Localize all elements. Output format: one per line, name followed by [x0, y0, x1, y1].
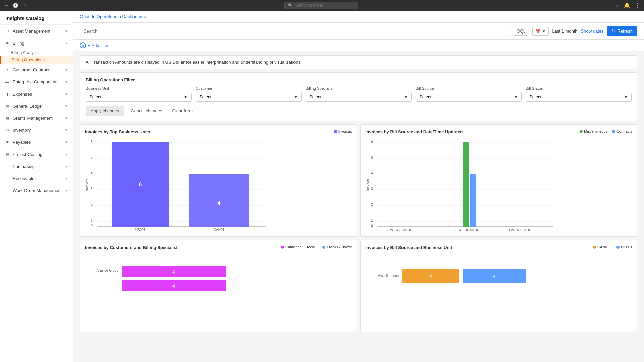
select-business-unit[interactable]: Select... ▼ [86, 92, 192, 102]
label-billing-specialist: Billing Specialist [306, 86, 412, 90]
content-header: Open In OpenSearch Dashboards [73, 11, 644, 23]
svg-text:3: 3 [91, 187, 93, 191]
sidebar-item-customer-contracts[interactable]: ▪ Customer Contracts ▼ [0, 64, 73, 76]
grants-icon: ▦ [5, 115, 10, 121]
svg-text:Invoices: Invoices [85, 179, 89, 191]
sidebar-item-payables[interactable]: ■ Payables ▼ [0, 136, 73, 148]
sidebar-item-work-order-management[interactable]: ▯ Work Order Management ▼ [0, 184, 73, 196]
select-customer-input[interactable]: Select... [199, 94, 293, 99]
chart-invoices-by-bill-source-date: Invoices by Bill Source and Date/Time Up… [360, 124, 637, 237]
sidebar-item-project-costing[interactable]: ▩ Project Costing ▼ [0, 148, 73, 160]
filter-bar: DQL 📅 ▼ Last 1 month Show dates ↻ Refres… [73, 23, 644, 40]
search-icon: 🔍 [288, 3, 293, 8]
svg-text:2024-05-12 00:00: 2024-05-12 00:00 [507, 228, 531, 232]
select-bill-status-input[interactable]: Select... [529, 94, 624, 99]
chevron-down-icon: ▼ [65, 140, 68, 144]
chart-legend-business-units: Invoices [334, 129, 352, 133]
svg-chart-business-units: 6 5 4 3 2 1 0 Invoices [85, 138, 273, 232]
svg-text:3: 3 [371, 187, 373, 191]
home-icon[interactable]: ⌂ [616, 3, 619, 8]
sidebar: Insights Catalog □ Asset Management ▼ ■ … [0, 11, 73, 362]
open-in-opensearch-link[interactable]: Open In OpenSearch Dashboards [80, 14, 146, 19]
payables-icon: ■ [5, 139, 10, 145]
sidebar-label-inventory: Inventory [13, 128, 31, 133]
clock-icon[interactable]: 🕐 [13, 3, 18, 8]
show-dates-button[interactable]: Show dates [581, 28, 604, 34]
sidebar-item-purchasing[interactable]: ▫ Purchasing ▼ [0, 160, 73, 172]
label-bill-status: Bill Status [526, 86, 632, 90]
chevron-down-icon: ▼ [624, 94, 628, 99]
cancel-changes-button[interactable]: Cancel changes [127, 106, 165, 116]
general-ledger-icon: ▤ [5, 103, 10, 109]
chart-invoices-by-bill-source-bu: Invoices by Bill Source and Business Uni… [360, 240, 637, 332]
search-input[interactable] [295, 3, 355, 8]
select-customer[interactable]: Select... ▼ [196, 92, 302, 102]
svg-text:US001: US001 [135, 228, 146, 232]
sidebar-item-enterprise-components[interactable]: ▬ Enterprise Components ▼ [0, 76, 73, 88]
purchasing-icon: ▫ [5, 164, 10, 169]
chevron-down-icon: ▼ [183, 94, 188, 99]
apply-changes-button[interactable]: Apply changes [86, 106, 124, 116]
chart-container-bill-source: 6 5 4 3 2 1 0 Invoices [365, 138, 632, 232]
refresh-label: Refresh [617, 28, 633, 34]
select-bill-source[interactable]: Select... ▼ [416, 92, 522, 102]
svg-chart-customers: Alliance Group 4 4 [85, 253, 273, 327]
back-icon[interactable]: ← [4, 3, 9, 8]
svg-text:0: 0 [91, 224, 93, 228]
calendar-button[interactable]: 📅 ▼ [532, 27, 549, 36]
project-costing-icon: ▩ [5, 152, 10, 157]
chart-title-customers: Invoices by Customers and Billing Specia… [85, 245, 178, 250]
inventory-icon: ▱ [5, 127, 10, 133]
legend-label-us001: US001 [621, 245, 632, 249]
legend-label-miscellaneous: Miscellaneous [584, 129, 607, 133]
billing-icon: ■ [5, 40, 10, 46]
more-icon[interactable]: ⋮ [635, 2, 640, 8]
date-range: Last 1 month [552, 28, 577, 34]
chevron-up-icon: ▲ [65, 41, 68, 45]
svg-text:4: 4 [91, 171, 93, 175]
legend-label-can01: CAN01 [597, 245, 609, 249]
select-billing-specialist-input[interactable]: Select... [309, 94, 404, 99]
sidebar-item-receivables[interactable]: ▭ Receivables ▼ [0, 172, 73, 184]
chevron-down-icon: ▼ [65, 116, 68, 120]
sidebar-item-general-ledger[interactable]: ▤ General Ledger ▼ [0, 100, 73, 112]
main-content: Open In OpenSearch Dashboards DQL 📅 ▼ La… [73, 11, 644, 362]
bottom-charts-row: Invoices by Customers and Billing Specia… [80, 240, 637, 332]
add-filter-link[interactable]: + Add filter [88, 43, 109, 48]
filter-group-business-unit: Business Unit Select... ▼ [86, 86, 192, 102]
sidebar-item-asset-management[interactable]: □ Asset Management ▼ [0, 25, 73, 37]
sidebar-label-grants-management: Grants Management [13, 116, 53, 121]
chart-container-business-units: 6 5 4 3 2 1 0 Invoices [85, 138, 352, 232]
select-bill-source-input[interactable]: Select... [419, 94, 514, 99]
dql-button[interactable]: DQL [514, 27, 529, 36]
chevron-down-icon: ▼ [404, 94, 408, 99]
svg-text:2: 2 [371, 203, 373, 206]
sidebar-label-billing-analysis: Billing Analysis [11, 50, 39, 55]
refresh-button[interactable]: ↻ Refresh [607, 26, 637, 36]
heart-icon[interactable]: ♡ [22, 3, 27, 8]
svg-text:4: 4 [172, 283, 175, 289]
sidebar-item-grants-management[interactable]: ▦ Grants Management ▼ [0, 112, 73, 124]
billing-filter-title: Billing Operations Filter [86, 77, 632, 82]
sidebar-item-inventory[interactable]: ▱ Inventory ▼ [0, 124, 73, 136]
bell-icon[interactable]: 🔔 [624, 2, 630, 8]
chart-legend-customers: Catherine O Toole Frank G. Joyce [281, 245, 352, 249]
clear-form-button[interactable]: Clear form [169, 106, 196, 116]
svg-text:CAN01: CAN01 [214, 228, 225, 232]
search-input-main[interactable] [80, 26, 510, 36]
sidebar-item-billing-operations[interactable]: Billing Operations [0, 56, 73, 64]
select-business-unit-input[interactable]: Select... [89, 94, 183, 99]
select-billing-specialist[interactable]: Select... ▼ [306, 92, 412, 102]
select-bill-status[interactable]: Select... ▼ [526, 92, 632, 102]
svg-text:6: 6 [139, 182, 142, 187]
sidebar-item-billing-analysis[interactable]: Billing Analysis [0, 49, 73, 56]
sidebar-item-billing[interactable]: ■ Billing ▲ [0, 37, 73, 49]
app-title: Insights Catalog [0, 11, 73, 25]
svg-text:Alliance Group: Alliance Group [96, 269, 118, 273]
search-bar[interactable]: 🔍 [284, 2, 358, 9]
sidebar-label-customer-contracts: Customer Contracts [13, 67, 52, 72]
sidebar-label-general-ledger: General Ledger [13, 104, 43, 109]
chart-container-bill-source-bu: Miscellaneous 4 4 [365, 253, 632, 327]
legend-dot-us001 [616, 246, 620, 249]
sidebar-item-expenses[interactable]: ▮ Expenses ▼ [0, 88, 73, 100]
